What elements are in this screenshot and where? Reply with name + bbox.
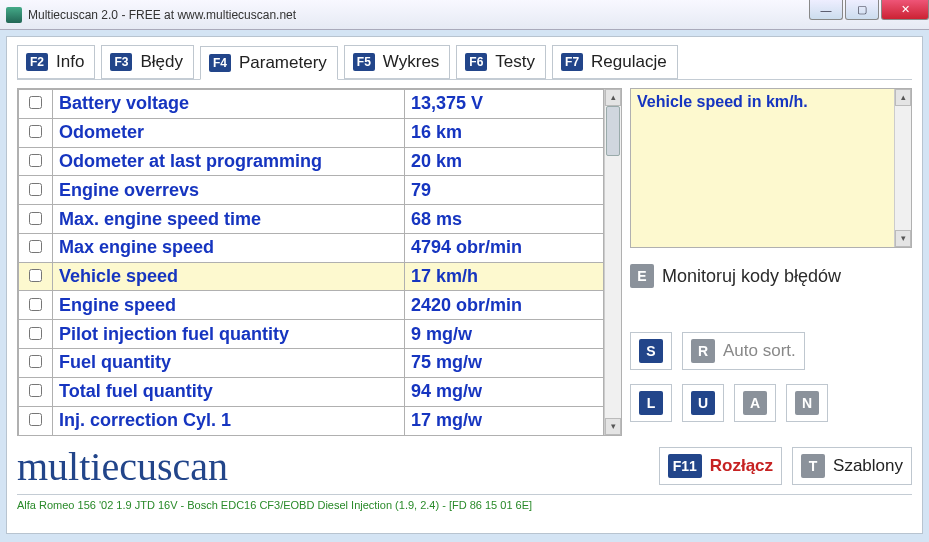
row-checkbox[interactable] — [29, 298, 42, 311]
status-bar: Alfa Romeo 156 '02 1.9 JTD 16V - Bosch E… — [17, 494, 912, 511]
key-e-badge: E — [630, 264, 654, 288]
maximize-button[interactable]: ▢ — [845, 0, 879, 20]
table-row[interactable]: Odometer at last programming20 km — [19, 147, 604, 176]
n-button[interactable]: N — [786, 384, 828, 422]
table-row[interactable]: Max. engine speed time68 ms — [19, 205, 604, 234]
row-checkbox-cell — [19, 349, 53, 378]
tab-tests[interactable]: F6 Testy — [456, 45, 546, 79]
scroll-down-icon[interactable]: ▾ — [895, 230, 911, 247]
auto-sort-button[interactable]: R Auto sort. — [682, 332, 805, 370]
tab-errors[interactable]: F3 Błędy — [101, 45, 194, 79]
table-row[interactable]: Total fuel quantity94 mg/w — [19, 377, 604, 406]
row-checkbox-cell — [19, 233, 53, 262]
l-button[interactable]: L — [630, 384, 672, 422]
row-checkbox[interactable] — [29, 269, 42, 282]
disconnect-button[interactable]: F11 Rozłącz — [659, 447, 782, 485]
key-a-badge: A — [743, 391, 767, 415]
row-checkbox[interactable] — [29, 212, 42, 225]
minimize-button[interactable]: — — [809, 0, 843, 20]
table-row[interactable]: Engine speed2420 obr/min — [19, 291, 604, 320]
info-scrollbar[interactable]: ▴ ▾ — [894, 89, 911, 247]
grid-scrollbar[interactable]: ▴ ▾ — [604, 89, 621, 435]
row-checkbox[interactable] — [29, 384, 42, 397]
row-checkbox[interactable] — [29, 327, 42, 340]
parameter-value: 9 mg/w — [405, 320, 604, 349]
parameter-name: Odometer at last programming — [53, 147, 405, 176]
auto-sort-label: Auto sort. — [723, 341, 796, 361]
row-checkbox-cell — [19, 406, 53, 435]
row-checkbox-cell — [19, 320, 53, 349]
info-box: Vehicle speed in km/h. ▴ ▾ — [630, 88, 912, 248]
parameter-name: Vehicle speed — [53, 262, 405, 291]
row-checkbox[interactable] — [29, 413, 42, 426]
key-s-badge: S — [639, 339, 663, 363]
parameter-value: 75 mg/w — [405, 349, 604, 378]
row-checkbox[interactable] — [29, 183, 42, 196]
table-row[interactable]: Battery voltage13,375 V — [19, 90, 604, 119]
table-row[interactable]: Odometer16 km — [19, 118, 604, 147]
row-checkbox[interactable] — [29, 240, 42, 253]
row-checkbox[interactable] — [29, 125, 42, 138]
window-title: Multiecuscan 2.0 - FREE at www.multiecus… — [28, 8, 296, 22]
fkey-badge: F7 — [561, 53, 583, 71]
parameter-name: Max engine speed — [53, 233, 405, 262]
parameter-value: 4794 obr/min — [405, 233, 604, 262]
key-n-badge: N — [795, 391, 819, 415]
row-checkbox[interactable] — [29, 96, 42, 109]
row-checkbox[interactable] — [29, 355, 42, 368]
footer-row: multiecuscan F11 Rozłącz T Szablony — [17, 442, 912, 490]
button-row-2: L U A N — [630, 384, 912, 422]
table-row[interactable]: Inj. correction Cyl. 117 mg/w — [19, 406, 604, 435]
scroll-up-icon[interactable]: ▴ — [605, 89, 621, 106]
brand-logo: multiecuscan — [17, 443, 659, 490]
key-u-badge: U — [691, 391, 715, 415]
tab-parameters[interactable]: F4 Parametery — [200, 46, 338, 80]
parameters-table: Battery voltage13,375 VOdometer16 kmOdom… — [18, 89, 604, 435]
row-checkbox-cell — [19, 291, 53, 320]
row-checkbox-cell — [19, 262, 53, 291]
scroll-up-icon[interactable]: ▴ — [895, 89, 911, 106]
parameter-name: Engine overrevs — [53, 176, 405, 205]
content-area: Battery voltage13,375 VOdometer16 kmOdom… — [17, 88, 912, 436]
key-r-badge: R — [691, 339, 715, 363]
row-checkbox-cell — [19, 176, 53, 205]
s-button[interactable]: S — [630, 332, 672, 370]
info-text: Vehicle speed in km/h. — [637, 93, 890, 243]
templates-button[interactable]: T Szablony — [792, 447, 912, 485]
table-row[interactable]: Pilot injection fuel quantity9 mg/w — [19, 320, 604, 349]
titlebar: Multiecuscan 2.0 - FREE at www.multiecus… — [0, 0, 929, 30]
window-controls: — ▢ ✕ — [807, 0, 929, 20]
table-row[interactable]: Vehicle speed17 km/h — [19, 262, 604, 291]
table-row[interactable]: Engine overrevs79 — [19, 176, 604, 205]
app-icon — [6, 7, 22, 23]
parameter-value: 17 mg/w — [405, 406, 604, 435]
scroll-down-icon[interactable]: ▾ — [605, 418, 621, 435]
tab-label: Testy — [495, 52, 535, 72]
parameter-value: 13,375 V — [405, 90, 604, 119]
tab-info[interactable]: F2 Info — [17, 45, 95, 79]
tab-label: Wykres — [383, 52, 440, 72]
key-t-badge: T — [801, 454, 825, 478]
row-checkbox[interactable] — [29, 154, 42, 167]
fkey-badge: F3 — [110, 53, 132, 71]
tab-label: Błędy — [140, 52, 183, 72]
button-row-1: S R Auto sort. — [630, 332, 912, 370]
tab-chart[interactable]: F5 Wykres — [344, 45, 451, 79]
table-row[interactable]: Max engine speed4794 obr/min — [19, 233, 604, 262]
parameter-value: 16 km — [405, 118, 604, 147]
u-button[interactable]: U — [682, 384, 724, 422]
key-f11-badge: F11 — [668, 454, 702, 478]
parameter-value: 94 mg/w — [405, 377, 604, 406]
client-area: F2 Info F3 Błędy F4 Parametery F5 Wykres… — [6, 36, 923, 534]
monitor-errors-row[interactable]: E Monitoruj kody błędów — [630, 264, 912, 288]
table-row[interactable]: Fuel quantity75 mg/w — [19, 349, 604, 378]
parameter-name: Battery voltage — [53, 90, 405, 119]
parameter-name: Total fuel quantity — [53, 377, 405, 406]
fkey-badge: F4 — [209, 54, 231, 72]
a-button[interactable]: A — [734, 384, 776, 422]
tab-adjustments[interactable]: F7 Regulacje — [552, 45, 678, 79]
scroll-thumb[interactable] — [606, 106, 620, 156]
footer-buttons: F11 Rozłącz T Szablony — [659, 447, 912, 485]
monitor-errors-label: Monitoruj kody błędów — [662, 266, 841, 287]
close-button[interactable]: ✕ — [881, 0, 929, 20]
